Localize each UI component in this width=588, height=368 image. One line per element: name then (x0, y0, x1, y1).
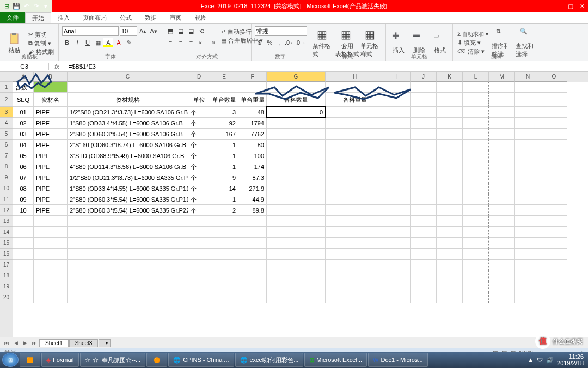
cell[interactable] (238, 270, 267, 281)
cell[interactable] (68, 82, 188, 93)
cell[interactable] (238, 249, 267, 260)
cell[interactable] (515, 129, 541, 140)
cell[interactable]: 02 (13, 118, 34, 129)
cell[interactable] (267, 172, 326, 183)
cell[interactable] (489, 281, 515, 292)
cell[interactable]: 3"STD (OD88.9*t5.49) L=6000 SA106 Gr.B (68, 150, 188, 161)
cell[interactable] (384, 93, 411, 107)
column-header[interactable]: M (489, 72, 515, 82)
cell[interactable] (267, 140, 326, 150)
indent-dec-icon[interactable]: ⇤ (197, 38, 206, 47)
system-tray[interactable]: ▲ 🛡 🔊 11:26 2019/2/18 (528, 353, 586, 366)
cell[interactable]: PIPE (34, 129, 68, 140)
column-header[interactable]: K (437, 72, 463, 82)
cell[interactable]: 4"S80 (OD114.3*t8.56) L=6000 SA106 Gr.B (68, 161, 188, 172)
cell[interactable] (326, 194, 384, 205)
row-header[interactable]: 20 (0, 292, 13, 303)
cell[interactable] (437, 107, 463, 118)
cell[interactable] (384, 140, 411, 150)
cell[interactable] (541, 172, 567, 183)
restore-icon[interactable]: ▢ (568, 3, 573, 10)
cell[interactable] (411, 129, 437, 140)
cell[interactable] (188, 82, 210, 93)
cell[interactable] (437, 183, 463, 194)
cell[interactable] (267, 238, 326, 249)
cell[interactable] (411, 183, 437, 194)
cell[interactable] (541, 260, 567, 270)
cell[interactable] (267, 118, 326, 129)
redo-icon[interactable]: ↷ (32, 2, 40, 10)
tray-icon[interactable]: 🔊 (546, 357, 554, 364)
align-mid-icon[interactable]: ⬓ (176, 26, 186, 36)
tray-icon[interactable]: ▲ (528, 357, 534, 363)
indent-inc-icon[interactable]: ⇥ (207, 38, 217, 47)
cell[interactable] (463, 270, 489, 281)
cell[interactable] (384, 118, 411, 129)
cell[interactable]: 个 (188, 172, 210, 183)
save-icon[interactable]: 💾 (12, 2, 21, 10)
tab-file[interactable]: 文件 (0, 12, 25, 23)
cell[interactable] (384, 172, 411, 183)
cell[interactable] (489, 150, 515, 161)
cell[interactable] (515, 216, 541, 227)
cell[interactable] (326, 281, 384, 292)
cell[interactable] (34, 227, 68, 238)
cell[interactable] (188, 292, 210, 303)
cell[interactable] (210, 238, 238, 249)
cell[interactable]: 单台数量 (210, 93, 238, 107)
cell[interactable] (489, 227, 515, 238)
cell[interactable] (326, 129, 384, 140)
cell[interactable] (13, 249, 34, 260)
cell[interactable] (384, 270, 411, 281)
cell[interactable] (34, 82, 68, 93)
cell[interactable]: 9 (210, 172, 238, 183)
cell[interactable] (463, 292, 489, 303)
column-header[interactable]: F (238, 72, 267, 82)
cell[interactable]: 10 (13, 205, 34, 216)
cell[interactable] (13, 260, 34, 270)
cell[interactable] (515, 118, 541, 129)
cell[interactable]: 1 (210, 161, 238, 172)
cell[interactable] (34, 216, 68, 227)
cell[interactable] (326, 227, 384, 238)
cell[interactable]: 个 (188, 150, 210, 161)
cell[interactable] (541, 249, 567, 260)
cell[interactable] (68, 227, 188, 238)
cell[interactable] (437, 118, 463, 129)
sheet-nav-next-icon[interactable]: ▶ (21, 340, 29, 346)
cell[interactable] (384, 205, 411, 216)
cell[interactable] (489, 172, 515, 183)
cell[interactable] (13, 216, 34, 227)
cell[interactable]: 07 (13, 172, 34, 183)
cell[interactable] (384, 129, 411, 140)
cell[interactable] (267, 82, 326, 93)
row-header[interactable]: 8 (0, 161, 13, 172)
row-header[interactable]: 15 (0, 238, 13, 249)
cell[interactable] (267, 249, 326, 260)
cell[interactable] (515, 227, 541, 238)
cell[interactable] (13, 270, 34, 281)
cell[interactable] (267, 260, 326, 270)
cell[interactable] (541, 161, 567, 172)
cell[interactable] (541, 107, 567, 118)
align-left-icon[interactable]: ≡ (166, 38, 175, 47)
underline-icon[interactable]: U (83, 38, 93, 47)
cell[interactable] (326, 205, 384, 216)
cell[interactable] (267, 227, 326, 238)
cell[interactable] (188, 238, 210, 249)
formula-input[interactable]: =$B$1*E3 (65, 63, 588, 70)
cell[interactable] (437, 292, 463, 303)
cell[interactable]: 1"S80 (OD33.4*t4.55) L=6000 SA335 Gr.P11 (68, 183, 188, 194)
cell[interactable] (437, 216, 463, 227)
cell[interactable] (437, 260, 463, 270)
cell[interactable] (489, 107, 515, 118)
sheet-nav-first-icon[interactable]: ⏮ (2, 340, 11, 346)
cell[interactable] (541, 118, 567, 129)
undo-icon[interactable]: ↶ (22, 2, 30, 10)
cell[interactable]: 个 (188, 107, 210, 118)
number-format-select[interactable] (255, 26, 307, 36)
cell[interactable] (489, 161, 515, 172)
cell[interactable] (267, 150, 326, 161)
cell[interactable] (463, 140, 489, 150)
cell[interactable] (34, 238, 68, 249)
